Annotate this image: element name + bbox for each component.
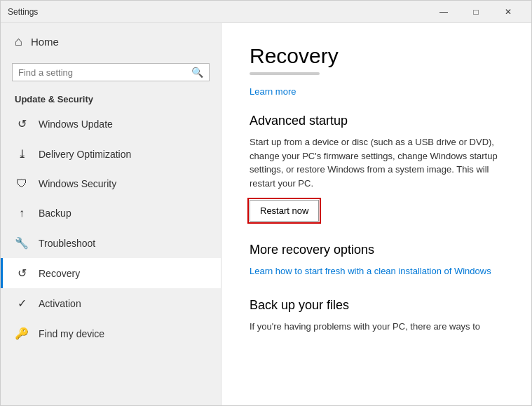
- sidebar-item-label-delivery-optimization: Delivery Optimization: [39, 149, 131, 160]
- sidebar-home[interactable]: ⌂ Home: [1, 23, 221, 60]
- more-recovery-title: More recovery options: [250, 243, 503, 257]
- restart-now-button[interactable]: Restart now: [250, 200, 319, 222]
- advanced-startup-description: Start up from a device or disc (such as …: [250, 135, 503, 190]
- sidebar-item-label-recovery: Recovery: [39, 268, 80, 279]
- troubleshoot-icon: 🔧: [15, 236, 29, 250]
- sidebar-item-activation[interactable]: ✓Activation: [1, 288, 221, 318]
- home-icon: ⌂: [15, 34, 22, 49]
- search-box: 🔍: [12, 63, 210, 81]
- sidebar-item-find-my-device[interactable]: 🔑Find my device: [1, 318, 221, 349]
- page-subtitle-bar: [250, 72, 320, 75]
- page-title: Recovery: [250, 44, 503, 68]
- minimize-button[interactable]: —: [428, 1, 460, 23]
- titlebar: Settings — □ ✕: [1, 1, 531, 23]
- home-label: Home: [31, 36, 59, 48]
- backup-description: If you're having problems with your PC, …: [250, 320, 503, 334]
- sidebar-item-troubleshoot[interactable]: 🔧Troubleshoot: [1, 228, 221, 258]
- sidebar-items: ↺Windows Update⤓Delivery Optimization🛡Wi…: [1, 109, 221, 349]
- maximize-button[interactable]: □: [460, 1, 492, 23]
- search-input[interactable]: [18, 67, 191, 78]
- search-icon: 🔍: [191, 67, 203, 78]
- window-controls: — □ ✕: [428, 1, 524, 23]
- sidebar-item-label-backup: Backup: [39, 208, 71, 219]
- backup-icon: ↑: [15, 207, 29, 219]
- sidebar-item-windows-update[interactable]: ↺Windows Update: [1, 109, 221, 139]
- sidebar-item-label-windows-update: Windows Update: [39, 119, 113, 130]
- windows-security-icon: 🛡: [15, 177, 29, 190]
- sidebar-item-windows-security[interactable]: 🛡Windows Security: [1, 169, 221, 198]
- find-my-device-icon: 🔑: [15, 327, 29, 340]
- sidebar-item-label-find-my-device: Find my device: [39, 328, 104, 339]
- window-title: Settings: [8, 7, 428, 17]
- settings-window: Settings — □ ✕ ⌂ Home 🔍 Update & Securit…: [0, 0, 532, 406]
- fresh-install-link[interactable]: Learn how to start fresh with a clean in…: [250, 264, 491, 278]
- sidebar-category: Update & Security: [1, 90, 221, 109]
- sidebar-item-delivery-optimization[interactable]: ⤓Delivery Optimization: [1, 139, 221, 169]
- sidebar: ⌂ Home 🔍 Update & Security ↺Windows Upda…: [1, 23, 221, 405]
- sidebar-item-label-activation: Activation: [39, 298, 81, 309]
- sidebar-item-backup[interactable]: ↑Backup: [1, 198, 221, 228]
- backup-files-title: Back up your files: [250, 298, 503, 313]
- activation-icon: ✓: [15, 297, 29, 310]
- content-area: ⌂ Home 🔍 Update & Security ↺Windows Upda…: [1, 23, 531, 405]
- recovery-icon: ↺: [15, 266, 29, 280]
- sidebar-item-recovery[interactable]: ↺Recovery: [1, 258, 221, 288]
- advanced-startup-title: Advanced startup: [250, 114, 503, 128]
- delivery-optimization-icon: ⤓: [15, 147, 29, 161]
- sidebar-item-label-troubleshoot: Troubleshoot: [39, 238, 95, 249]
- main-content: Recovery Learn more Advanced startup Sta…: [221, 23, 531, 405]
- sidebar-item-label-windows-security: Windows Security: [39, 178, 116, 189]
- windows-update-icon: ↺: [15, 117, 29, 130]
- learn-more-link[interactable]: Learn more: [250, 86, 296, 97]
- close-button[interactable]: ✕: [492, 1, 524, 23]
